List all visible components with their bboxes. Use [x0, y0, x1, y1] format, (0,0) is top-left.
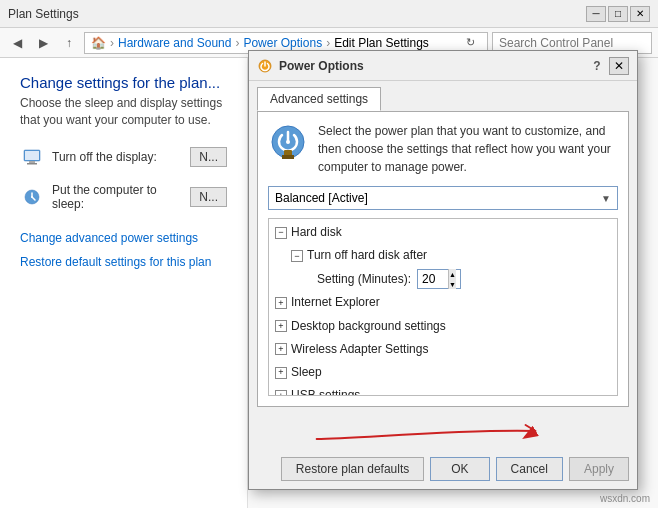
display-icon: [20, 145, 44, 169]
sleep-setting-row: Put the computer to sleep: N...: [20, 183, 227, 211]
settings-tree[interactable]: − Hard disk − Turn off hard disk after S…: [268, 218, 618, 396]
expand-icon[interactable]: +: [275, 367, 287, 379]
expand-icon[interactable]: +: [275, 390, 287, 396]
modal-desc-text: Select the power plan that you want to c…: [318, 122, 618, 176]
breadcrumb-icon: 🏠: [91, 36, 106, 50]
minimize-button[interactable]: ─: [586, 6, 606, 22]
modal-desc-icon: [268, 122, 308, 162]
display-label: Turn off the display:: [52, 150, 182, 164]
breadcrumb-power[interactable]: Power Options: [243, 36, 322, 50]
advanced-settings-link[interactable]: Change advanced power settings: [20, 231, 227, 245]
up-button[interactable]: ↑: [58, 32, 80, 54]
modal-body: Select the power plan that you want to c…: [257, 111, 629, 407]
modal-description: Select the power plan that you want to c…: [268, 122, 618, 176]
page-title: Change settings for the plan...: [20, 74, 227, 91]
watermark: wsxdn.com: [600, 493, 650, 504]
expand-icon[interactable]: +: [275, 297, 287, 309]
title-bar: Plan Settings ─ □ ✕: [0, 0, 658, 28]
minutes-spinbox[interactable]: ▲ ▼: [417, 269, 461, 289]
breadcrumb-current: Edit Plan Settings: [334, 36, 429, 50]
sleep-label: Put the computer to sleep:: [52, 183, 182, 211]
svg-point-8: [286, 140, 290, 144]
spinbox-up-button[interactable]: ▲: [449, 269, 456, 279]
tree-item-usb[interactable]: + USB settings: [269, 384, 617, 396]
modal-footer: Restore plan defaults OK Cancel Apply: [249, 449, 637, 489]
modal-tabs: Advanced settings: [249, 81, 637, 111]
tree-item-hard-disk[interactable]: − Hard disk: [269, 221, 617, 244]
svg-rect-3: [25, 151, 39, 160]
modal-close-button[interactable]: ✕: [609, 57, 629, 75]
tree-item-desktop-bg[interactable]: + Desktop background settings: [269, 315, 617, 338]
tree-item-ie[interactable]: + Internet Explorer: [269, 291, 617, 314]
svg-rect-2: [27, 163, 37, 165]
sleep-icon: [20, 185, 44, 209]
expand-icon[interactable]: +: [275, 343, 287, 355]
modal-title-bar: Power Options ? ✕: [249, 51, 637, 81]
arrow-annotation: [257, 411, 629, 447]
spinbox-down-button[interactable]: ▼: [449, 279, 456, 289]
sleep-never-button[interactable]: N...: [190, 187, 227, 207]
display-never-button[interactable]: N...: [190, 147, 227, 167]
left-links: Change advanced power settings Restore d…: [20, 231, 227, 269]
expand-icon[interactable]: −: [275, 227, 287, 239]
svg-point-5: [31, 196, 33, 198]
modal-title-text: Power Options: [279, 59, 364, 73]
dropdown-arrow-icon: ▼: [601, 193, 611, 204]
tab-advanced-settings[interactable]: Advanced settings: [257, 87, 381, 111]
title-bar-controls: ─ □ ✕: [586, 6, 650, 22]
svg-rect-10: [282, 155, 294, 159]
title-bar-text: Plan Settings: [8, 7, 79, 21]
ok-button[interactable]: OK: [430, 457, 489, 481]
maximize-button[interactable]: □: [608, 6, 628, 22]
left-panel: Change settings for the plan... Choose t…: [0, 58, 248, 508]
tree-item-turn-off-hd[interactable]: − Turn off hard disk after: [285, 244, 617, 267]
modal-power-icon: [257, 58, 273, 74]
power-options-modal: Power Options ? ✕ Advanced settings: [248, 50, 638, 490]
back-button[interactable]: ◀: [6, 32, 28, 54]
restore-plan-defaults-button[interactable]: Restore plan defaults: [281, 457, 424, 481]
forward-button[interactable]: ▶: [32, 32, 54, 54]
close-window-button[interactable]: ✕: [630, 6, 650, 22]
expand-icon[interactable]: −: [291, 250, 303, 262]
svg-rect-1: [29, 161, 35, 163]
restore-defaults-link[interactable]: Restore default settings for this plan: [20, 255, 227, 269]
breadcrumb-hardware[interactable]: Hardware and Sound: [118, 36, 231, 50]
tree-item-sleep[interactable]: + Sleep: [269, 361, 617, 384]
display-setting-row: Turn off the display: N...: [20, 145, 227, 169]
tree-item-wireless[interactable]: + Wireless Adapter Settings: [269, 338, 617, 361]
modal-help-button[interactable]: ?: [589, 58, 605, 74]
minutes-input[interactable]: [418, 270, 448, 288]
setting-minutes-row: Setting (Minutes): ▲ ▼: [269, 267, 617, 291]
plan-dropdown[interactable]: Balanced [Active] ▼: [268, 186, 618, 210]
page-subtitle: Choose the sleep and display settings th…: [20, 95, 227, 129]
expand-icon[interactable]: +: [275, 320, 287, 332]
cancel-button[interactable]: Cancel: [496, 457, 563, 481]
apply-button[interactable]: Apply: [569, 457, 629, 481]
